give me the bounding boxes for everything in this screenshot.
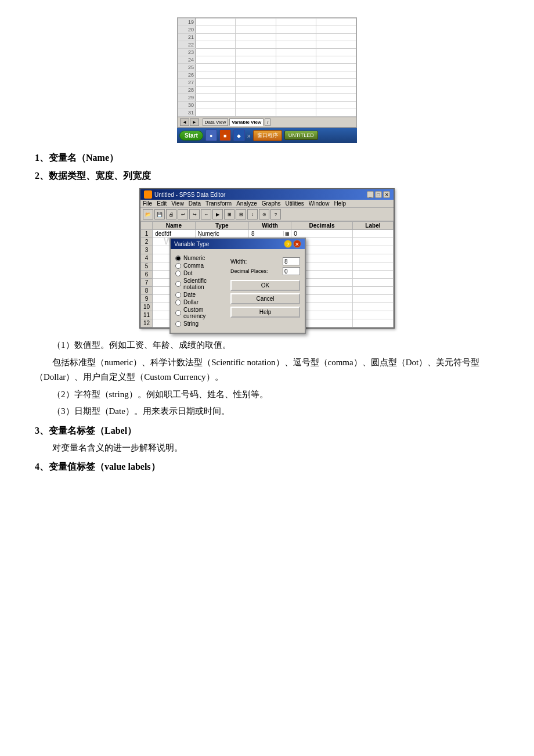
menu-data[interactable]: Data (189, 200, 201, 207)
row-num-cell: 23 (178, 49, 196, 56)
maximize-button[interactable]: □ (375, 191, 382, 198)
radio-numeric[interactable]: Numeric (175, 255, 226, 261)
col-header-label: Label (352, 222, 393, 230)
taskbar-separator: » (247, 131, 251, 140)
empty-cell (276, 64, 316, 71)
menu-transform[interactable]: Transform (205, 200, 232, 207)
menu-help[interactable]: Help (334, 200, 346, 207)
empty-cell (236, 49, 276, 56)
heading-1: 1、变量名（Name） (35, 152, 499, 164)
toolbar-save[interactable]: 💾 (154, 209, 165, 219)
row-num-cell: 21 (178, 34, 196, 41)
radio-group: Numeric Comma Dot (175, 254, 226, 328)
taskbar-icon-3[interactable]: ◆ (233, 129, 245, 141)
radio-date[interactable]: Date (175, 291, 226, 298)
menu-edit[interactable]: Edit (157, 200, 167, 207)
cancel-button[interactable]: Cancel (230, 293, 300, 304)
cell-name-1[interactable]: dedfdf (153, 230, 196, 238)
toolbar-open[interactable]: 📂 (143, 209, 153, 219)
ok-button[interactable]: OK (230, 280, 300, 291)
radio-scientific-label: Scientific notation (183, 278, 226, 290)
tab-data-view[interactable]: Data View (203, 118, 228, 126)
radio-scientific-indicator (175, 281, 181, 287)
menu-analyze[interactable]: Analyze (236, 200, 257, 207)
menu-utilities[interactable]: Utilities (286, 200, 304, 207)
table-row: 30 (178, 102, 356, 109)
table-row: 23 (178, 49, 356, 56)
empty-cell (236, 87, 276, 94)
empty-cell (196, 41, 236, 49)
cell-decimals-1[interactable]: 0 (291, 230, 353, 238)
toolbar-redo[interactable]: ↪ (189, 209, 200, 219)
tab-nav-left[interactable]: ◄ (180, 118, 189, 126)
radio-dollar[interactable]: Dollar (175, 299, 226, 305)
radio-string-label: String (183, 321, 199, 327)
table-row: 31 (178, 109, 356, 117)
spss-screenshot-container: Untitled - SPSS Data Editor _ □ ✕ File E… (139, 188, 395, 329)
col-header-rownum (141, 222, 153, 230)
menu-graphs[interactable]: Graphs (262, 200, 281, 207)
table-row: 28 (178, 87, 356, 94)
tab-nav-right[interactable]: ► (190, 118, 199, 126)
menu-view[interactable]: View (171, 200, 184, 207)
dialog-close-icon[interactable]: ✕ (293, 240, 301, 248)
empty-cell (316, 64, 356, 71)
empty-cell (196, 34, 236, 41)
radio-custom[interactable]: Custom currency (175, 307, 226, 319)
toolbar-undo[interactable]: ↩ (178, 209, 188, 219)
toolbar-btn2[interactable]: ▶ (212, 209, 223, 219)
cell-type-1[interactable]: Numeric (195, 230, 248, 238)
radio-numeric-indicator (175, 255, 181, 261)
toolbar-print[interactable]: 🖨 (166, 209, 176, 219)
taskbar-app2[interactable]: UNTITLED (284, 131, 318, 140)
radio-comma[interactable]: Comma (175, 262, 226, 269)
cell-width-1[interactable]: 8▦ (248, 230, 291, 238)
empty-cell (316, 79, 356, 87)
close-button[interactable]: ✕ (383, 191, 390, 198)
empty-cell (196, 19, 236, 26)
start-button[interactable]: Start (179, 131, 203, 141)
help-button[interactable]: Help (230, 307, 300, 318)
taskbar-app1[interactable]: 窗口程序 (253, 130, 282, 141)
spss-app-icon (144, 190, 152, 199)
label-desc: 对变量名含义的进一步解释说明。 (35, 441, 499, 456)
decimal-input[interactable] (283, 267, 300, 275)
menu-window[interactable]: Window (309, 200, 330, 207)
radio-string[interactable]: String (175, 321, 226, 327)
spss-menu-bar: File Edit View Data Transform Analyze Gr… (140, 200, 394, 208)
spss-editor: Untitled - SPSS Data Editor _ □ ✕ File E… (139, 188, 395, 329)
tab-variable-view[interactable]: Variable View (229, 118, 264, 126)
toolbar-btn4[interactable]: ⊟ (236, 209, 246, 219)
radio-scientific[interactable]: Scientific notation (175, 278, 226, 290)
toolbar-btn5[interactable]: ↕ (247, 209, 258, 219)
width-input[interactable] (283, 257, 300, 265)
empty-cell (276, 94, 316, 102)
menu-file[interactable]: File (143, 200, 152, 207)
toolbar-btn1[interactable]: ↔ (201, 209, 211, 219)
taskbar: Start ● ■ ◆ » 窗口程序 UNTITLED (177, 128, 357, 143)
radio-custom-indicator (175, 310, 181, 316)
empty-cell (196, 56, 236, 64)
numeric-desc: （1）数值型。例如工资、年龄、成绩的取值。 (52, 338, 499, 353)
taskbar-icon-2[interactable]: ■ (219, 129, 231, 141)
radio-dot[interactable]: Dot (175, 270, 226, 276)
col-header-name: Name (153, 222, 196, 230)
numeric-types: 包括标准型（numeric）、科学计数法型（Scientific notatio… (35, 355, 499, 385)
dialog-help-icon[interactable]: ? (284, 240, 292, 248)
empty-cell (276, 19, 316, 26)
taskbar-icon-1[interactable]: ● (205, 129, 217, 141)
toolbar-btn7[interactable]: ? (270, 209, 281, 219)
text-content: （1）数值型。例如工资、年龄、成绩的取值。 包括标准型（numeric）、科学计… (35, 338, 499, 473)
empty-cell (316, 41, 356, 49)
empty-cell (236, 64, 276, 71)
toolbar-btn6[interactable]: ⊙ (259, 209, 269, 219)
empty-cell (236, 94, 276, 102)
minimize-button[interactable]: _ (367, 191, 374, 198)
toolbar-btn3[interactable]: ⊞ (224, 209, 234, 219)
cell-rownum-1: 1 (141, 230, 153, 238)
row-num-cell: 25 (178, 64, 196, 71)
empty-cell (236, 56, 276, 64)
cell-label-1[interactable] (352, 230, 393, 238)
col-header-type: Type (195, 222, 248, 230)
radio-dot-label: Dot (183, 270, 193, 276)
